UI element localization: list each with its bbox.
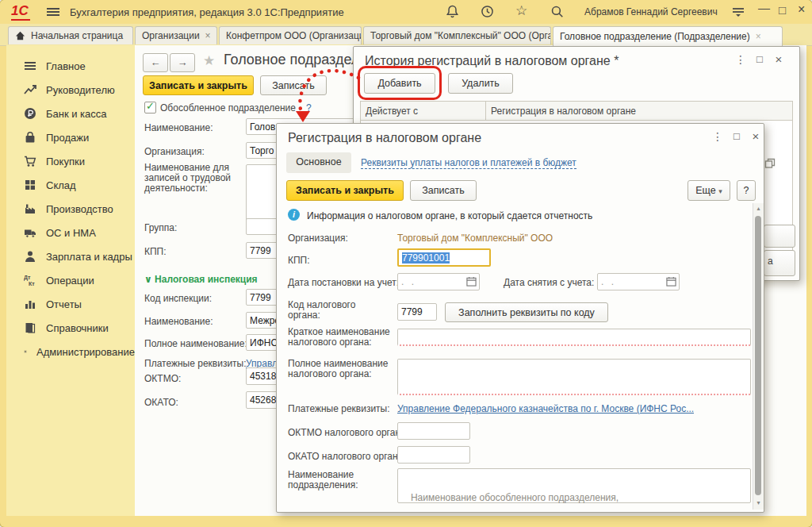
chart-icon xyxy=(24,298,36,310)
scroll-up-icon[interactable]: ▴ xyxy=(753,205,764,212)
tab-home[interactable]: Начальная страница xyxy=(8,26,133,44)
tab-requisites-link[interactable]: Реквизиты уплаты налогов и платежей в бю… xyxy=(361,157,576,169)
dropdown-arrow-icon: ▾ xyxy=(718,187,722,195)
delete-button[interactable]: Удалить xyxy=(448,73,513,94)
tab-close-icon[interactable]: × xyxy=(756,31,761,42)
scrollbar-thumb[interactable] xyxy=(755,216,761,495)
kpp-input[interactable]: 779901001 xyxy=(397,248,491,267)
history-clock-icon[interactable] xyxy=(481,5,495,19)
tab-head-division[interactable]: Головное подразделение (Подразделение) × xyxy=(553,26,783,46)
sidebar-item-warehouse[interactable]: Склад xyxy=(6,174,135,196)
save-button[interactable]: Записать xyxy=(260,75,327,95)
vertical-scrollbar[interactable]: ▴ ▾ xyxy=(753,203,764,510)
dialog-menu-icon[interactable]: ⋮ xyxy=(734,53,747,66)
more-label: Еще xyxy=(695,185,715,196)
full-name-input[interactable] xyxy=(397,359,751,395)
add-button[interactable]: Добавить xyxy=(364,73,435,94)
deregistration-date-label: Дата снятия с учета: xyxy=(504,277,594,288)
tab-konfetprom[interactable]: Конфетпром ООО (Организация) × xyxy=(219,26,362,44)
help-mark[interactable]: ? xyxy=(306,102,312,113)
favorites-star-icon[interactable]: ☆ xyxy=(515,2,527,19)
close-window-button[interactable]: × xyxy=(798,2,805,17)
dialog-menu-icon[interactable]: ⋮ xyxy=(711,130,724,143)
calendar-icon[interactable] xyxy=(666,276,676,289)
calendar-icon[interactable] xyxy=(466,276,477,289)
sidebar-item-operations[interactable]: ДтКт Операции xyxy=(6,269,135,291)
tab-main-chip[interactable]: Основное xyxy=(286,152,351,173)
dialog-close-icon[interactable]: × xyxy=(749,129,762,143)
maximize-button[interactable]: □ xyxy=(779,3,786,17)
oktmo-label: ОКТМО: xyxy=(144,373,181,384)
factory-icon xyxy=(24,202,36,215)
sidebar-label: Главное xyxy=(46,60,86,72)
back-button[interactable]: ← xyxy=(143,53,168,72)
dialog-maximize-icon[interactable]: □ xyxy=(753,53,766,65)
menu-icon xyxy=(24,60,36,72)
sidebar-item-purchases[interactable]: Покупки xyxy=(6,150,135,172)
sidebar-label: Банк и касса xyxy=(46,108,107,120)
labor-records-label: Наименование для записей о трудовой деят… xyxy=(144,163,244,194)
favorite-star-icon[interactable]: ★ xyxy=(203,52,215,69)
hidden-button-fragment-a[interactable]: а xyxy=(764,250,795,276)
scroll-down-icon[interactable]: ▾ xyxy=(753,499,764,506)
open-in-window-icon[interactable] xyxy=(764,158,776,172)
dialog-maximize-icon[interactable]: □ xyxy=(730,130,743,142)
save-close-button[interactable]: Записать и закрыть xyxy=(143,75,254,95)
oktmo-input[interactable] xyxy=(397,422,470,440)
sidebar-item-manager[interactable]: Руководителю xyxy=(6,79,135,101)
sidebar-label: Руководителю xyxy=(46,84,115,96)
notifications-bell-icon[interactable] xyxy=(446,5,460,19)
organization-label: Организация: xyxy=(144,146,205,157)
short-name-input[interactable] xyxy=(397,329,751,346)
info-text: Информация о налоговом органе, в который… xyxy=(307,210,592,221)
tab-label: Организации xyxy=(142,30,200,41)
sidebar-item-payroll[interactable]: Зарплата и кадры xyxy=(6,245,135,267)
registration-date-input[interactable]: . . xyxy=(397,273,480,290)
payment-details-link[interactable]: Управление Федерального казначейства по … xyxy=(397,403,694,414)
tab-trade-house[interactable]: Торговый дом "Комплексный" ООО (Организа… xyxy=(363,26,551,44)
fill-by-code-button[interactable]: Заполнить реквизиты по коду xyxy=(445,302,608,322)
search-icon[interactable] xyxy=(550,5,565,19)
more-button[interactable]: Еще ▾ xyxy=(688,180,730,201)
sidebar-item-directories[interactable]: Справочники xyxy=(6,317,135,339)
sidebar-item-fixed-assets[interactable]: ОС и НМА xyxy=(6,221,135,244)
sidebar-item-reports[interactable]: Отчеты xyxy=(6,293,135,315)
forward-button[interactable]: → xyxy=(170,53,195,72)
column-valid-from[interactable]: Действует с xyxy=(361,102,486,120)
date-placeholder: . . xyxy=(601,276,616,287)
save-close-button[interactable]: Записать и закрыть xyxy=(286,180,404,201)
bag-icon xyxy=(24,131,36,144)
column-registration[interactable]: Регистрация в налоговом органе xyxy=(486,102,792,120)
sidebar-item-bank[interactable]: Банк и касса xyxy=(6,102,135,125)
full-name-label: Полное наименование: xyxy=(144,338,247,349)
okato-input[interactable] xyxy=(397,446,470,464)
sidebar-item-production[interactable]: Производство xyxy=(6,198,135,220)
tab-organizations[interactable]: Организации × xyxy=(135,26,217,44)
save-button[interactable]: Записать xyxy=(410,180,477,201)
sidebar-label: ОС и НМА xyxy=(46,227,96,239)
separate-division-checkbox[interactable]: ✓ xyxy=(144,102,156,113)
sidebar-item-main[interactable]: Главное xyxy=(6,55,135,77)
sidebar-item-sales[interactable]: Продажи xyxy=(6,126,135,148)
name-label: Наименование: xyxy=(144,122,213,133)
organization-value: Торговый дом "Комплексный" ООО xyxy=(397,233,553,244)
warehouse-icon xyxy=(24,179,36,191)
current-user[interactable]: Абрамов Геннадий Сергеевич xyxy=(584,6,718,17)
tab-label: Торговый дом "Комплексный" ООО (Организа… xyxy=(370,30,551,41)
deregistration-date-input[interactable]: . . xyxy=(597,273,680,290)
hidden-button-fragment[interactable] xyxy=(764,225,795,248)
dialog-close-icon[interactable]: × xyxy=(772,52,785,66)
main-menu-icon[interactable] xyxy=(46,6,60,21)
service-menu-icon[interactable] xyxy=(731,5,745,19)
registration-date-label: Дата постановки на учет: xyxy=(288,277,399,288)
tab-close-icon[interactable]: × xyxy=(205,30,211,41)
history-table-header[interactable]: Действует с Регистрация в налоговом орга… xyxy=(360,101,793,121)
svg-text:Дт: Дт xyxy=(24,275,31,281)
help-button[interactable]: ? xyxy=(737,180,756,201)
person-icon xyxy=(24,250,36,263)
tax-authority-code-input[interactable]: 7799 xyxy=(397,303,437,321)
minimize-button[interactable]: — xyxy=(758,1,770,14)
division-name-label: Наименование подразделения: xyxy=(288,470,383,490)
sidebar-item-administration[interactable]: Администрирование xyxy=(6,340,135,363)
tax-inspection-section[interactable]: ∨ Налоговая инспекция xyxy=(144,274,258,285)
